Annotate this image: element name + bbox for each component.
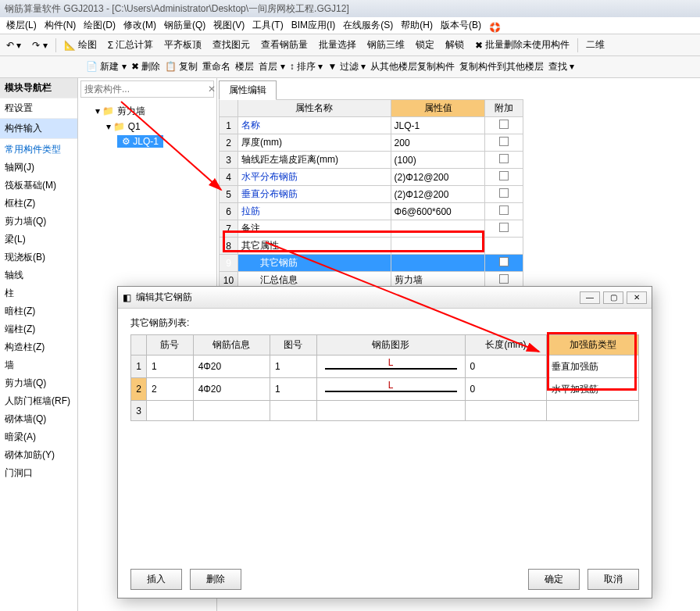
rebar-3d-button[interactable]: 钢筋三维 bbox=[364, 37, 408, 53]
edit-rebar-dialog: ◧ 编辑其它钢筋 — ▢ ✕ 其它钢筋列表: 筋号 钢筋信息 图号 钢筋图形 长… bbox=[117, 286, 652, 598]
list-item[interactable]: 端柱(Z) bbox=[0, 320, 77, 338]
menu-online[interactable]: 在线服务(S) bbox=[340, 17, 396, 34]
dialog-icon: ◧ bbox=[123, 292, 131, 303]
menubar: 楼层(L) 构件(N) 绘图(D) 修改(M) 钢筋量(Q) 视图(V) 工具(… bbox=[0, 17, 700, 34]
menu-help[interactable]: 帮助(H) bbox=[398, 17, 436, 34]
col-name: 属性名称 bbox=[238, 100, 391, 117]
close-button[interactable]: ✕ bbox=[627, 291, 647, 304]
property-row[interactable]: 3轴线距左墙皮距离(mm)(100) bbox=[220, 152, 523, 169]
property-row[interactable]: 2厚度(mm)200 bbox=[220, 134, 523, 152]
component-tree: ▾ 📁 剪力墙 ▾ 📁 Q1 ⚙ JLQ-1 bbox=[78, 100, 216, 152]
toolbar-main: ↶ ▾ ↷ ▾ 📐 绘图 Σ 汇总计算 平齐板顶 查找图元 查看钢筋量 批量选择… bbox=[0, 34, 700, 56]
property-row[interactable]: 1名称JLQ-1 bbox=[220, 117, 523, 134]
tree-child[interactable]: ▾ 📁 Q1 bbox=[84, 120, 210, 134]
col-extra: 附加 bbox=[485, 100, 523, 117]
list-label: 其它钢筋列表: bbox=[130, 316, 639, 330]
floor-label: 楼层 bbox=[235, 60, 254, 73]
tree-leaf-selected[interactable]: ⚙ JLQ-1 bbox=[84, 134, 210, 149]
settings-tab[interactable]: 程设置 bbox=[0, 98, 77, 119]
list-item[interactable]: 墙 bbox=[0, 356, 77, 374]
ok-button[interactable]: 确定 bbox=[528, 569, 580, 590]
list-item[interactable]: 暗梁(A) bbox=[0, 428, 77, 446]
copy-from-button[interactable]: 从其他楼层复制构件 bbox=[370, 60, 455, 73]
copy-to-button[interactable]: 复制构件到其他楼层 bbox=[459, 60, 544, 73]
list-item[interactable]: 剪力墙(Q) bbox=[0, 374, 77, 392]
lock-button[interactable]: 锁定 bbox=[412, 37, 438, 53]
unlock-button[interactable]: 解锁 bbox=[442, 37, 467, 53]
list-item[interactable]: 梁(L) bbox=[0, 230, 77, 248]
undo-button[interactable]: ↶ ▾ bbox=[3, 38, 24, 52]
left-panel: 模块导航栏 程设置 构件输入 常用构件类型 轴网(J) 筏板基础(M) 框柱(Z… bbox=[0, 78, 78, 611]
col-value: 属性值 bbox=[391, 100, 485, 117]
window-titlebar: 钢筋算量软件 GGJ2013 - [C:\Users\Administrator… bbox=[0, 0, 700, 17]
cancel-button[interactable]: 取消 bbox=[588, 569, 639, 590]
sort-button[interactable]: ↕ 排序 ▾ bbox=[290, 60, 323, 73]
menu-version[interactable]: 版本号(B) bbox=[438, 17, 484, 34]
menu-tools[interactable]: 工具(T) bbox=[249, 17, 286, 34]
property-row[interactable]: 7备注 bbox=[220, 220, 523, 238]
list-item[interactable]: 框柱(Z) bbox=[0, 195, 77, 213]
insert-button[interactable]: 插入 bbox=[130, 569, 182, 590]
list-item[interactable]: 人防门框墙(RF) bbox=[0, 392, 77, 410]
col-fig: 图号 bbox=[270, 335, 316, 356]
draw-button[interactable]: 📐 绘图 bbox=[61, 37, 100, 53]
find-button[interactable]: 查找 ▾ bbox=[548, 60, 574, 73]
list-item[interactable]: 砌体墙(Q) bbox=[0, 410, 77, 428]
menu-rebar[interactable]: 钢筋量(Q) bbox=[161, 17, 209, 34]
2d-button[interactable]: 二维 bbox=[583, 37, 608, 53]
maximize-button[interactable]: ▢ bbox=[603, 291, 623, 304]
rename-button[interactable]: 重命名 bbox=[202, 60, 230, 73]
floor-select[interactable]: 首层 ▾ bbox=[259, 60, 284, 73]
batch-select-button[interactable]: 批量选择 bbox=[316, 37, 359, 53]
menu-component[interactable]: 构件(N) bbox=[41, 17, 80, 34]
property-tab[interactable]: 属性编辑 bbox=[219, 80, 277, 100]
menu-bim[interactable]: BIM应用(I) bbox=[288, 17, 339, 34]
list-item[interactable]: 现浇板(B) bbox=[0, 248, 77, 266]
property-row[interactable]: 6拉筋Φ6@600*600 bbox=[220, 203, 523, 220]
rebar-row[interactable]: 114Φ201L0垂直加强筋 bbox=[131, 356, 639, 378]
list-item[interactable]: 轴线 bbox=[0, 266, 77, 284]
level-button[interactable]: 平齐板顶 bbox=[161, 37, 205, 53]
nav-tab[interactable]: 模块导航栏 bbox=[0, 78, 77, 98]
list-item[interactable]: 砌体加筋(Y) bbox=[0, 446, 77, 464]
property-row[interactable]: 9 其它钢筋 bbox=[220, 255, 523, 272]
list-item[interactable]: 剪力墙(Q) bbox=[0, 213, 77, 230]
rebar-row[interactable]: 224Φ201L0水平加强筋 bbox=[131, 378, 639, 401]
dialog-title: 编辑其它钢筋 bbox=[136, 291, 192, 304]
list-item[interactable]: 轴网(J) bbox=[0, 159, 77, 177]
list-item[interactable]: 筏板基础(M) bbox=[0, 177, 77, 195]
minimize-button[interactable]: — bbox=[580, 291, 600, 304]
menu-draw[interactable]: 绘图(D) bbox=[80, 17, 119, 34]
category-header[interactable]: 常用构件类型 bbox=[0, 141, 77, 159]
list-item[interactable]: 柱 bbox=[0, 284, 77, 302]
delete-button[interactable]: 删除 bbox=[190, 569, 241, 590]
property-row[interactable]: 4水平分布钢筋(2)Φ12@200 bbox=[220, 169, 523, 186]
list-item[interactable]: 构造柱(Z) bbox=[0, 338, 77, 356]
rebar-row[interactable]: 3 bbox=[131, 401, 639, 421]
toolbar-component: 📄 新建 ▾ ✖ 删除 📋 复制 重命名 楼层 首层 ▾ ↕ 排序 ▾ ▼ 过滤… bbox=[0, 56, 700, 78]
copy-button[interactable]: 📋 复制 bbox=[165, 60, 198, 73]
sum-button[interactable]: Σ 汇总计算 bbox=[105, 37, 156, 53]
filter-button[interactable]: ▼ 过滤 ▾ bbox=[327, 60, 366, 73]
rebar-table: 筋号 钢筋信息 图号 钢筋图形 长度(mm) 加强筋类型 114Φ201L0垂直… bbox=[130, 334, 639, 421]
find-rebar-button[interactable]: 查看钢筋量 bbox=[258, 37, 311, 53]
menu-modify[interactable]: 修改(M) bbox=[120, 17, 159, 34]
help-icon[interactable]: 🛟 bbox=[486, 20, 497, 31]
batch-del-button[interactable]: ✖ 批量删除未使用构件 bbox=[472, 37, 573, 53]
col-len: 长度(mm) bbox=[465, 335, 547, 356]
list-item[interactable]: 暗柱(Z) bbox=[0, 302, 77, 320]
find-elem-button[interactable]: 查找图元 bbox=[209, 37, 253, 53]
search-input[interactable] bbox=[81, 81, 205, 97]
property-row[interactable]: 5垂直分布钢筋(2)Φ12@200 bbox=[220, 186, 523, 203]
property-row[interactable]: 8其它属性 bbox=[220, 238, 523, 255]
dialog-titlebar: ◧ 编辑其它钢筋 — ▢ ✕ bbox=[118, 287, 652, 309]
input-tab[interactable]: 构件输入 bbox=[0, 119, 77, 139]
redo-button[interactable]: ↷ ▾ bbox=[29, 38, 50, 52]
menu-view[interactable]: 视图(V) bbox=[210, 17, 248, 34]
property-table: 属性名称 属性值 附加 1名称JLQ-12厚度(mm)2003轴线距左墙皮距离(… bbox=[219, 99, 523, 306]
new-button[interactable]: 📄 新建 ▾ bbox=[86, 60, 127, 73]
tree-root[interactable]: ▾ 📁 剪力墙 bbox=[84, 103, 210, 120]
list-item[interactable]: 门洞口 bbox=[0, 464, 77, 482]
delete-button[interactable]: ✖ 删除 bbox=[131, 60, 160, 73]
menu-floor[interactable]: 楼层(L) bbox=[3, 17, 40, 34]
